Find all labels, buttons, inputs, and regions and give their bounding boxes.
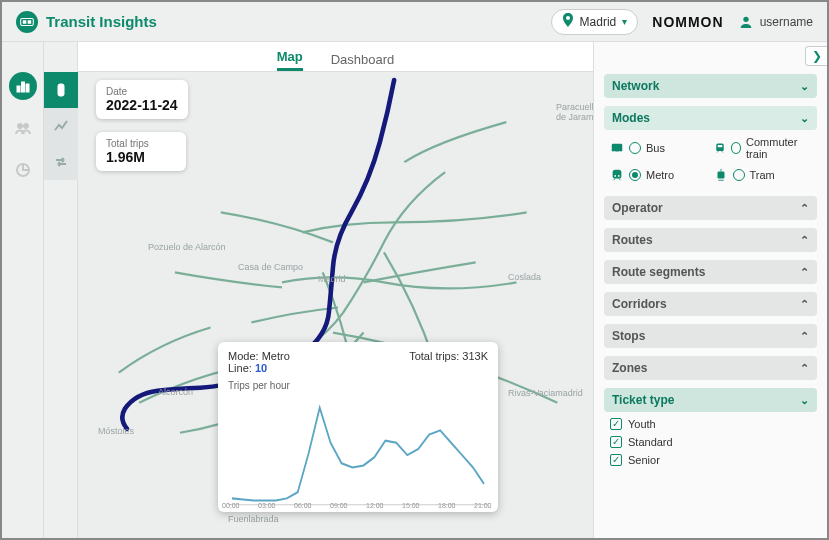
map-canvas[interactable]: MadridPozuelo de AlarcónCasa de CampoAlc… bbox=[78, 72, 593, 538]
line-detail-popup: Mode: Metro Line: 10 Total trips: 313K T… bbox=[218, 342, 498, 512]
section-operator[interactable]: Operator⌃ bbox=[604, 196, 817, 220]
tram-icon bbox=[714, 168, 728, 182]
train-icon bbox=[714, 141, 726, 155]
svg-rect-18 bbox=[613, 170, 622, 179]
mode-commuter[interactable]: Commuter train bbox=[714, 136, 812, 160]
section-ticket-type[interactable]: Ticket type ⌄ bbox=[604, 388, 817, 412]
nav-reports[interactable] bbox=[9, 156, 37, 184]
section-zones[interactable]: Zones⌃ bbox=[604, 356, 817, 380]
section-route-segments[interactable]: Route segments⌃ bbox=[604, 260, 817, 284]
stat-trips-label: Total trips bbox=[106, 138, 176, 149]
tab-map[interactable]: Map bbox=[277, 49, 303, 71]
section-modes[interactable]: Modes ⌄ bbox=[604, 106, 817, 130]
svg-point-3 bbox=[743, 16, 748, 21]
chevron-up-icon: ⌃ bbox=[800, 330, 809, 343]
svg-rect-13 bbox=[612, 144, 623, 152]
ticket-youth[interactable]: ✓Youth bbox=[610, 418, 811, 430]
chart-xtick: 00:00 bbox=[222, 502, 240, 509]
section-routes[interactable]: Routes⌃ bbox=[604, 228, 817, 252]
chart-xtick: 09:00 bbox=[330, 502, 348, 509]
chevron-down-icon: ⌄ bbox=[800, 80, 809, 93]
map-tool-rail bbox=[44, 42, 78, 538]
chevron-down-icon: ▾ bbox=[622, 16, 627, 27]
app-title: Transit Insights bbox=[46, 13, 157, 30]
stat-date-value: 2022-11-24 bbox=[106, 97, 178, 113]
city-selector[interactable]: Madrid ▾ bbox=[551, 9, 639, 35]
section-corridors[interactable]: Corridors⌃ bbox=[604, 292, 817, 316]
svg-rect-1 bbox=[23, 20, 27, 24]
map-pin-icon bbox=[562, 13, 574, 30]
svg-rect-2 bbox=[28, 20, 32, 24]
popup-line-value[interactable]: 10 bbox=[255, 362, 267, 374]
chevron-down-icon: ⌄ bbox=[800, 394, 809, 407]
stat-date-label: Date bbox=[106, 86, 178, 97]
user-menu[interactable]: username bbox=[738, 14, 813, 30]
username: username bbox=[760, 15, 813, 29]
user-icon bbox=[738, 14, 754, 30]
svg-point-7 bbox=[17, 124, 22, 129]
mode-metro[interactable]: Metro bbox=[610, 168, 708, 182]
nav-users[interactable] bbox=[9, 114, 37, 142]
stat-card-date: Date 2022-11-24 bbox=[96, 80, 188, 119]
chart-xtick: 15:00 bbox=[402, 502, 420, 509]
tool-transfers[interactable] bbox=[44, 144, 78, 180]
svg-rect-10 bbox=[58, 84, 64, 96]
tab-dashboard[interactable]: Dashboard bbox=[331, 52, 395, 71]
popup-chart-title: Trips per hour bbox=[228, 380, 488, 391]
tool-trends[interactable] bbox=[44, 108, 78, 144]
popup-mode: Mode: Metro bbox=[228, 350, 290, 362]
chart-xtick: 18:00 bbox=[438, 502, 456, 509]
chevron-down-icon: ⌄ bbox=[800, 112, 809, 125]
chevron-up-icon: ⌃ bbox=[800, 266, 809, 279]
nav-analytics[interactable] bbox=[9, 72, 37, 100]
stat-trips-value: 1.96M bbox=[106, 149, 176, 165]
trips-per-hour-chart: 00:0003:0006:0009:0012:0015:0018:0021:00 bbox=[228, 395, 488, 507]
svg-rect-0 bbox=[21, 18, 34, 25]
chart-xtick: 12:00 bbox=[366, 502, 384, 509]
svg-rect-6 bbox=[26, 84, 29, 92]
svg-rect-21 bbox=[717, 172, 724, 179]
stat-card-trips: Total trips 1.96M bbox=[96, 132, 186, 171]
section-network[interactable]: Network ⌄ bbox=[604, 74, 817, 98]
app-header: Transit Insights Madrid ▾ NOMMON usernam… bbox=[2, 2, 827, 42]
section-stops[interactable]: Stops⌃ bbox=[604, 324, 817, 348]
ticket-senior[interactable]: ✓Senior bbox=[610, 454, 811, 466]
chevron-up-icon: ⌃ bbox=[800, 234, 809, 247]
svg-point-8 bbox=[23, 124, 28, 129]
metro-icon bbox=[610, 168, 624, 182]
filter-panel: ❯ Network ⌄ Modes ⌄ Bus bbox=[593, 42, 827, 538]
view-tabs: Map Dashboard bbox=[78, 42, 593, 72]
panel-collapse-button[interactable]: ❯ bbox=[805, 46, 827, 66]
chart-xtick: 21:00 bbox=[474, 502, 492, 509]
svg-point-14 bbox=[613, 151, 615, 153]
nav-rail bbox=[2, 42, 44, 538]
partner-logo: NOMMON bbox=[652, 14, 723, 30]
svg-rect-17 bbox=[717, 145, 722, 147]
chart-xtick: 06:00 bbox=[294, 502, 312, 509]
popup-line-label: Line: bbox=[228, 362, 252, 374]
svg-rect-5 bbox=[21, 82, 24, 92]
svg-point-19 bbox=[614, 175, 616, 177]
mode-bus[interactable]: Bus bbox=[610, 136, 708, 160]
city-name: Madrid bbox=[580, 15, 617, 29]
popup-total: Total trips: 313K bbox=[409, 350, 488, 374]
tool-layers[interactable] bbox=[44, 72, 78, 108]
mode-tram[interactable]: Tram bbox=[714, 168, 812, 182]
chevron-up-icon: ⌃ bbox=[800, 202, 809, 215]
chart-xtick: 03:00 bbox=[258, 502, 276, 509]
chevron-up-icon: ⌃ bbox=[800, 362, 809, 375]
svg-point-20 bbox=[618, 175, 620, 177]
svg-rect-4 bbox=[17, 86, 20, 92]
bus-icon bbox=[610, 141, 624, 155]
chevron-up-icon: ⌃ bbox=[800, 298, 809, 311]
svg-point-15 bbox=[618, 151, 620, 153]
app-logo-icon bbox=[16, 11, 38, 33]
ticket-standard[interactable]: ✓Standard bbox=[610, 436, 811, 448]
